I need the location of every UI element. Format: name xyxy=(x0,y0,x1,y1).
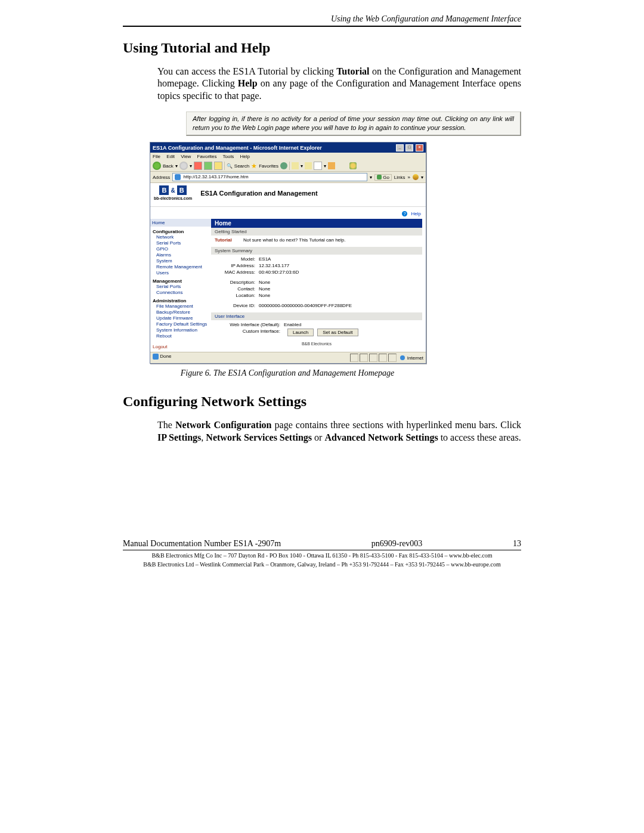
print-icon[interactable] xyxy=(314,162,322,170)
nav-mgmt-serial[interactable]: Serial Ports xyxy=(156,284,209,290)
footer-line2: B&B Electronics Mfg Co Inc – 707 Dayton … xyxy=(123,552,521,559)
nav-remote-management[interactable]: Remote Management xyxy=(156,264,209,270)
ie-window: ES1A Configuration and Management - Micr… xyxy=(150,142,426,364)
text: The xyxy=(157,420,175,430)
desc-value: None xyxy=(259,280,270,285)
refresh-icon[interactable] xyxy=(204,162,212,170)
figure-caption: Figure 6. The ES1A Configuration and Man… xyxy=(150,368,425,378)
app-footer: B&B Electronics xyxy=(211,342,422,346)
ie-menubar[interactable]: File Edit View Favorites Tools Help xyxy=(150,153,426,160)
help-icon[interactable]: ? xyxy=(402,211,407,216)
address-label: Address xyxy=(153,175,170,180)
nav-home[interactable]: Home xyxy=(150,219,211,227)
contact-label: Contact: xyxy=(215,286,259,292)
menu-tools[interactable]: Tools xyxy=(223,154,234,159)
nav-backup-restore[interactable]: Backup/Restore xyxy=(156,309,209,315)
text: or xyxy=(312,432,324,442)
ie-addressbar[interactable]: Address http://12.32.143.177/home.htm ▾ … xyxy=(150,172,426,183)
bb-logo: B & B bb-electronics.com xyxy=(154,185,192,200)
menu-favorites[interactable]: Favorites xyxy=(197,154,217,159)
favorites-icon[interactable]: ★ xyxy=(251,162,257,170)
webdef-value: Enabled xyxy=(284,322,301,327)
section1-title: Using Tutorial and Help xyxy=(123,40,521,56)
ie-toolbar[interactable]: Back ▾ ▾ 🔍 Search ★ Favorites ▾ ▾ xyxy=(150,160,426,172)
favorites-label[interactable]: Favorites xyxy=(259,163,278,169)
window-controls[interactable]: _ □ × xyxy=(395,144,423,151)
messenger-icon[interactable] xyxy=(349,162,357,169)
tutorial-link[interactable]: Tutorial xyxy=(215,237,243,243)
text: You can access the ES1A Tutorial by clic… xyxy=(157,66,336,76)
panel-user-interface: User Interface xyxy=(211,312,422,320)
page-footer: Manual Documentation Number ES1A -2907m … xyxy=(123,539,521,568)
back-label[interactable]: Back xyxy=(163,163,174,169)
tutorial-desc: Not sure what to do next? This Tutorial … xyxy=(243,237,346,243)
ip-label: IP Address: xyxy=(215,263,259,268)
nav-network[interactable]: Network xyxy=(156,234,209,240)
text: page contains three sections with hyperl… xyxy=(272,420,522,430)
menu-view[interactable]: View xyxy=(181,154,191,159)
logo-b1: B xyxy=(159,185,169,195)
minimize-icon[interactable]: _ xyxy=(396,144,404,151)
stop-icon[interactable] xyxy=(194,162,202,170)
page-icon xyxy=(175,174,181,180)
contact-value: None xyxy=(259,286,270,292)
panel-system-summary: System Summary xyxy=(211,247,422,255)
close-icon[interactable]: × xyxy=(416,144,423,151)
status-cells xyxy=(350,354,397,362)
search-icon[interactable]: 🔍 xyxy=(227,163,233,169)
bold-netconfig: Network Configuration xyxy=(175,420,272,430)
ip-value: 12.32.143.177 xyxy=(259,263,289,268)
back-icon[interactable] xyxy=(153,162,161,170)
nav-update-firmware[interactable]: Update Firmware xyxy=(156,315,209,321)
bold-help: Help xyxy=(238,78,258,88)
nav-group-management: Management xyxy=(153,278,209,284)
status-done: Done xyxy=(160,354,171,359)
history-icon[interactable] xyxy=(292,162,299,169)
model-value: ES1A xyxy=(259,256,271,262)
mail-icon[interactable] xyxy=(305,162,312,169)
logo-b2: B xyxy=(177,185,187,195)
ie-statusbar: Done Internet xyxy=(150,352,426,363)
norton-icon[interactable] xyxy=(413,174,419,180)
set-default-button[interactable]: Set as Default xyxy=(317,329,358,336)
nav-logout[interactable]: Logout xyxy=(153,344,209,349)
go-button[interactable]: Go xyxy=(374,174,392,181)
nav-serial-ports[interactable]: Serial Ports xyxy=(156,240,209,246)
ie-title-text: ES1A Configuration and Management - Micr… xyxy=(153,145,322,151)
nav-gpio[interactable]: GPIO xyxy=(156,246,209,252)
help-link[interactable]: Help xyxy=(411,211,421,216)
bold-ipsettings: IP Settings xyxy=(157,432,201,442)
nav-file-management[interactable]: File Management xyxy=(156,304,209,309)
chapter-header: Using the Web Configuration and Manageme… xyxy=(123,14,521,27)
menu-help[interactable]: Help xyxy=(240,154,250,159)
logo-subtitle: bb-electronics.com xyxy=(154,196,192,200)
search-label[interactable]: Search xyxy=(234,163,249,169)
internet-icon xyxy=(400,355,405,360)
custom-label: Custom Interface: xyxy=(215,329,284,336)
home-icon[interactable] xyxy=(214,162,222,170)
address-input[interactable]: http://12.32.143.177/home.htm xyxy=(172,173,367,181)
text: to access these areas. xyxy=(438,432,521,442)
footer-doc-left: Manual Documentation Number ES1A -2907m xyxy=(123,539,281,549)
nav-system-info[interactable]: System Information xyxy=(156,327,209,333)
maximize-icon[interactable]: □ xyxy=(405,144,413,151)
launch-button[interactable]: Launch xyxy=(287,329,314,336)
content-panel: Home Getting Started Tutorial Not sure w… xyxy=(211,219,426,352)
edit-icon[interactable] xyxy=(328,162,335,169)
nav-system[interactable]: System xyxy=(156,258,209,264)
menu-file[interactable]: File xyxy=(153,154,160,159)
footer-page-num: 13 xyxy=(513,539,521,549)
nav-connections[interactable]: Connections xyxy=(156,290,209,296)
forward-icon[interactable] xyxy=(179,162,188,170)
footer-line3: B&B Electronics Ltd – Westlink Commercia… xyxy=(123,561,521,568)
menu-edit[interactable]: Edit xyxy=(166,154,175,159)
section2-paragraph: The Network Configuration page contains … xyxy=(157,419,521,444)
nav-alarms[interactable]: Alarms xyxy=(156,252,209,258)
timeout-note: After logging in, if there is no activit… xyxy=(186,112,521,136)
media-icon[interactable] xyxy=(280,162,287,169)
desc-label: Description: xyxy=(215,280,259,285)
nav-factory-default[interactable]: Factory Default Settings xyxy=(156,321,209,327)
nav-reboot[interactable]: Reboot xyxy=(156,333,209,339)
links-label[interactable]: Links xyxy=(394,175,405,180)
nav-users[interactable]: Users xyxy=(156,270,209,276)
